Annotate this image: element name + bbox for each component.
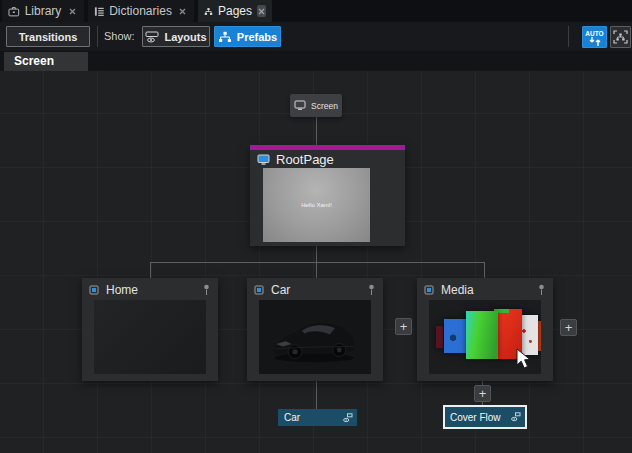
library-briefcase-icon (8, 6, 20, 17)
mouse-cursor-icon (516, 348, 532, 370)
coverflow-layout-bar[interactable]: Cover Flow (443, 405, 527, 429)
layouts-toggle-button[interactable]: Layouts (142, 26, 210, 47)
page-graph-canvas[interactable]: Screen RootPage Hello Xaml! Home (0, 71, 632, 453)
tab-pages[interactable]: Pages (198, 0, 272, 22)
car-layout-bar[interactable]: Car (278, 409, 357, 426)
page-node-car[interactable]: Car (247, 278, 383, 381)
connector-line (316, 262, 317, 278)
auto-layout-button[interactable]: AUTO (582, 26, 607, 48)
layouts-icon (145, 31, 159, 43)
pin-icon[interactable] (538, 284, 545, 296)
rootpage-accent-bar (250, 145, 405, 150)
connector-line (484, 262, 485, 278)
tab-dictionaries[interactable]: Dictionaries (88, 0, 194, 22)
show-label: Show: (104, 30, 135, 42)
tab-label: Dictionaries (109, 4, 172, 18)
monitor-icon (294, 100, 306, 111)
pin-icon[interactable] (368, 284, 375, 296)
page-node-home[interactable]: Home (82, 278, 218, 381)
prefabs-toggle-button[interactable]: Prefabs (214, 26, 281, 47)
fit-graph-icon (613, 30, 628, 44)
prefab-icon (423, 284, 435, 296)
rootpage-title: RootPage (276, 152, 334, 167)
close-icon[interactable] (177, 5, 188, 17)
rootpage-header: RootPage (257, 152, 334, 167)
toolbar-separator (568, 26, 569, 47)
coverflow-bar-label: Cover Flow (445, 412, 511, 423)
car-preview[interactable] (259, 300, 371, 374)
screen-root-badge[interactable]: Screen (290, 94, 342, 117)
node-header: Media (423, 281, 547, 298)
connector-line (316, 381, 317, 409)
toolbar-separator (97, 26, 98, 47)
connector-line (316, 246, 317, 262)
rootpage-preview[interactable]: Hello Xaml! (263, 168, 370, 242)
auto-label: AUTO (585, 30, 603, 37)
tab-label: Library (25, 4, 62, 18)
monitor-icon (257, 154, 270, 166)
screen-badge-label: Screen (311, 101, 338, 111)
car-bar-label: Car (278, 412, 343, 423)
rootpage-preview-text: Hello Xaml! (301, 202, 332, 208)
connector-line (150, 262, 151, 278)
transitions-button[interactable]: Transitions (6, 26, 90, 47)
prefab-icon (88, 284, 100, 296)
pages-editor-window: Library Dictionaries Pages Transitions S… (0, 0, 632, 453)
toolbar: Transitions Show: Layouts Prefabs AUTO (0, 22, 632, 51)
rootpage-node[interactable]: RootPage Hello Xaml! (250, 145, 405, 246)
prefabs-label: Prefabs (237, 31, 277, 43)
album-cover (436, 326, 443, 348)
dictionaries-list-icon (94, 6, 104, 17)
add-page-button[interactable]: + (395, 318, 412, 335)
page-node-media[interactable]: Media (417, 278, 553, 381)
node-title: Car (271, 283, 290, 297)
document-tabbar: Library Dictionaries Pages (0, 0, 632, 22)
layout-eye-icon (343, 413, 353, 423)
node-header: Home (88, 281, 212, 298)
layout-eye-icon (511, 412, 521, 422)
connector-line (150, 262, 485, 263)
album-cover (466, 311, 498, 359)
tab-library[interactable]: Library (2, 0, 84, 22)
add-child-page-button[interactable]: + (474, 385, 491, 402)
tab-label: Pages (218, 4, 252, 18)
close-icon[interactable] (257, 5, 266, 17)
add-page-button[interactable]: + (560, 319, 577, 336)
home-preview[interactable] (94, 300, 206, 374)
prefabs-icon (218, 31, 232, 43)
node-title: Home (106, 283, 138, 297)
connector-line (316, 117, 317, 145)
car-image (263, 304, 367, 370)
fit-graph-button[interactable] (610, 26, 631, 48)
prefab-icon (253, 284, 265, 296)
node-title: Media (441, 283, 474, 297)
layouts-label: Layouts (164, 31, 206, 43)
pages-hierarchy-icon (204, 6, 213, 17)
auto-sync-arrows-icon (588, 37, 602, 46)
pin-icon[interactable] (203, 284, 210, 296)
breadcrumb-screen-tab[interactable]: Screen (4, 52, 88, 71)
node-header: Car (253, 281, 377, 298)
breadcrumb-row: Screen (0, 51, 632, 71)
close-icon[interactable] (66, 5, 78, 17)
